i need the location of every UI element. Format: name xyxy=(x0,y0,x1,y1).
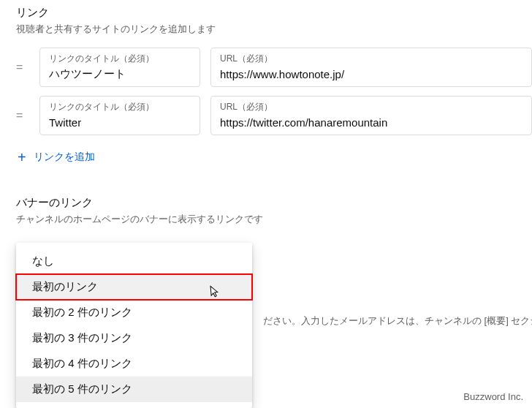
banner-links-section: バナーのリンク チャンネルのホームページのバナーに表示するリンクです xyxy=(16,196,532,226)
link-title-input[interactable] xyxy=(49,116,191,129)
banner-title: バナーのリンク xyxy=(16,196,532,210)
link-title-field[interactable]: リンクのタイトル（必須） xyxy=(39,48,200,87)
dropdown-option-none[interactable]: なし xyxy=(16,249,252,274)
link-title-field[interactable]: リンクのタイトル（必須） xyxy=(39,96,200,135)
link-url-input[interactable] xyxy=(220,116,522,129)
drag-handle-icon[interactable]: = xyxy=(16,110,29,121)
banner-subtitle: チャンネルのホームページのバナーに表示するリンクです xyxy=(16,213,532,226)
links-subtitle: 視聴者と共有するサイトのリンクを追加します xyxy=(16,23,532,36)
links-title: リンク xyxy=(16,6,532,20)
link-title-input[interactable] xyxy=(49,68,191,80)
link-url-input[interactable] xyxy=(220,68,522,80)
link-url-field[interactable]: URL（必須） xyxy=(210,96,532,135)
link-row: = リンクのタイトル（必須） URL（必須） xyxy=(16,96,532,135)
drag-handle-icon[interactable]: = xyxy=(16,61,29,73)
background-hint-text: ださい。入力したメールアドレスは、チャンネルの [概要] セクショ xyxy=(263,314,532,328)
dropdown-option-first-4[interactable]: 最初の 4 件のリンク xyxy=(16,351,252,377)
link-url-label: URL（必須） xyxy=(220,101,522,113)
dropdown-option-first-3[interactable]: 最初の 3 件のリンク xyxy=(16,325,252,351)
dropdown-option-first[interactable]: 最初のリンク xyxy=(16,274,252,300)
link-url-field[interactable]: URL（必須） xyxy=(210,48,532,87)
add-link-button[interactable]: + リンクを追加 xyxy=(18,150,95,165)
plus-icon: + xyxy=(18,150,26,165)
links-section: リンク 視聴者と共有するサイトのリンクを追加します = リンクのタイトル（必須）… xyxy=(16,6,532,165)
dropdown-option-first-2[interactable]: 最初の 2 件のリンク xyxy=(16,300,252,325)
link-row: = リンクのタイトル（必須） URL（必須） xyxy=(16,48,532,87)
link-title-label: リンクのタイトル（必須） xyxy=(49,53,191,65)
link-url-label: URL（必須） xyxy=(220,53,522,65)
add-link-label: リンクを追加 xyxy=(34,151,95,164)
link-title-label: リンクのタイトル（必須） xyxy=(49,101,191,113)
dropdown-option-first-5[interactable]: 最初の 5 件のリンク xyxy=(16,377,252,402)
footer-brand: Buzzword Inc. xyxy=(463,391,523,402)
banner-links-dropdown[interactable]: なし 最初のリンク 最初の 2 件のリンク 最初の 3 件のリンク 最初の 4 … xyxy=(16,243,252,408)
